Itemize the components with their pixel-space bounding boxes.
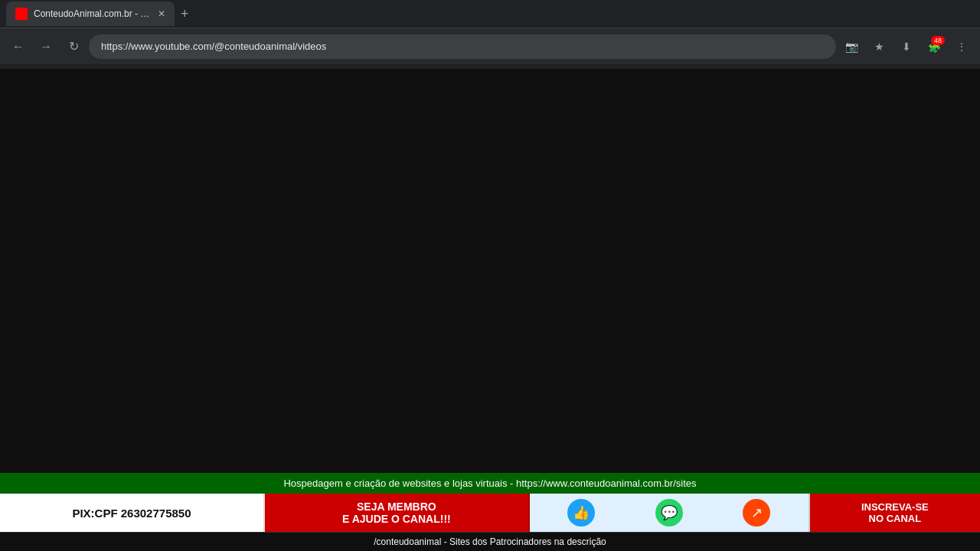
banner-membro[interactable]: SEJA MEMBRO E AJUDE O CANAL!!! [265, 494, 530, 532]
comment-icon[interactable]: 💬 [655, 499, 683, 527]
bottom-banner: Hospedagem e criação de websites e lojas… [0, 473, 980, 551]
share-icon[interactable]: ↗ [743, 499, 770, 527]
like-icon[interactable]: 👍 [567, 499, 595, 527]
back-button[interactable]: ← [6, 34, 31, 59]
download-icon[interactable]: ⬇ [894, 34, 919, 59]
browser-chrome: ConteudoAnimal.com.br - You ✕ + ← → ↻ 📷 … [0, 0, 980, 69]
tab-title: ConteudoAnimal.com.br - You [34, 8, 152, 19]
bottom-banner-row: PIX:CPF 26302775850 SEJA MEMBRO E AJUDE … [0, 494, 980, 532]
extension-badge: 48 [931, 36, 945, 45]
membro-text: SEJA MEMBRO E AJUDE O CANAL!!! [342, 500, 451, 525]
tab-favicon [15, 8, 28, 20]
banner-inscreva[interactable]: INSCREVA-SE NO CANAL [810, 494, 980, 532]
bottom-banner-green: Hospedagem e criação de websites e lojas… [0, 473, 980, 494]
screenshot-icon[interactable]: 📷 [839, 34, 864, 59]
inscreva-text: INSCREVA-SE NO CANAL [861, 501, 929, 524]
tab-bar: ConteudoAnimal.com.br - You ✕ + [0, 0, 980, 28]
active-tab[interactable]: ConteudoAnimal.com.br - You ✕ [6, 2, 175, 26]
extensions-icon[interactable]: 🧩 48 [922, 34, 946, 59]
new-tab-button[interactable]: + [175, 6, 195, 22]
refresh-button[interactable]: ↻ [61, 34, 86, 59]
tab-close-button[interactable]: ✕ [158, 8, 165, 19]
bookmark-icon[interactable]: ★ [867, 34, 891, 59]
banner-pix: PIX:CPF 26302775850 [0, 494, 265, 532]
browser-nav-bar: ← → ↻ 📷 ★ ⬇ 🧩 48 ⋮ [0, 28, 980, 64]
banner-interaction-icons: 👍 💬 ↗ [530, 494, 810, 532]
address-bar[interactable] [89, 34, 836, 59]
forward-button[interactable]: → [34, 34, 58, 59]
bottom-banner-desc: /conteudoanimal - Sites dos Patrocinador… [0, 532, 980, 551]
menu-icon[interactable]: ⋮ [949, 34, 974, 59]
browser-action-icons: 📷 ★ ⬇ 🧩 48 ⋮ [839, 34, 974, 59]
